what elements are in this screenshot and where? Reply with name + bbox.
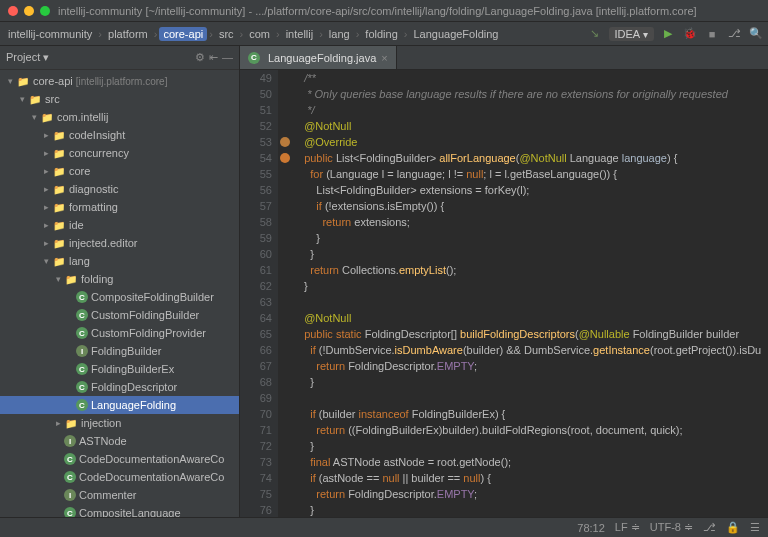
tree-row[interactable]: CCompositeFoldingBuilder [0, 288, 239, 306]
titlebar: intellij-community [~/intellij-community… [0, 0, 768, 22]
window-title: intellij-community [~/intellij-community… [58, 5, 697, 17]
tree-row[interactable]: CCustomFoldingProvider [0, 324, 239, 342]
tree-row[interactable]: ▾📁com.intellij [0, 108, 239, 126]
tree-row[interactable]: ▾📁lang [0, 252, 239, 270]
editor: C LanguageFolding.java × 495051525354555… [240, 46, 768, 517]
maximize-icon[interactable] [40, 6, 50, 16]
debug-icon[interactable]: 🐞 [682, 26, 698, 42]
bc-folding[interactable]: folding [361, 27, 401, 41]
bc-core-api[interactable]: core-api [159, 27, 207, 41]
close-tab-icon[interactable]: × [381, 52, 387, 64]
close-icon[interactable] [8, 6, 18, 16]
window-controls[interactable] [8, 6, 50, 16]
status-caret[interactable]: 78:12 [577, 522, 605, 534]
tree-row[interactable]: ▸📁codeInsight [0, 126, 239, 144]
minimize-icon[interactable] [24, 6, 34, 16]
tree-row[interactable]: CCodeDocumentationAwareCo [0, 468, 239, 486]
tree-row[interactable]: CCustomFoldingBuilder [0, 306, 239, 324]
tree-row[interactable]: ▸📁ide [0, 216, 239, 234]
navbar: intellij-community› platform› core-api› … [0, 22, 768, 46]
bc-platform[interactable]: platform [104, 27, 152, 41]
git-branch-icon[interactable]: ⎇ [703, 521, 716, 534]
bc-lang[interactable]: lang [325, 27, 354, 41]
lock-icon[interactable]: 🔒 [726, 521, 740, 534]
code-text[interactable]: /** * Only queries base language results… [278, 70, 768, 517]
vcs-icon[interactable]: ⎇ [726, 26, 742, 42]
bc-project[interactable]: intellij-community [4, 27, 96, 41]
run-icon[interactable]: ▶ [660, 26, 676, 42]
bc-class[interactable]: LanguageFolding [409, 27, 502, 41]
tree-row[interactable]: ICommenter [0, 486, 239, 504]
run-config-select[interactable]: IDEA ▾ [609, 27, 654, 41]
tab-label: LanguageFolding.java [268, 52, 376, 64]
tree-row[interactable]: CCodeDocumentationAwareCo [0, 450, 239, 468]
tree-row[interactable]: IASTNode [0, 432, 239, 450]
project-sidebar: Project ▾ ⚙ ⇤ — ▾📁core-api[intellij.plat… [0, 46, 240, 517]
toolbar-right: ↘ IDEA ▾ ▶ 🐞 ■ ⎇ 🔍 [587, 26, 764, 42]
build-icon[interactable]: ↘ [587, 26, 603, 42]
tree-row[interactable]: ▸📁diagnostic [0, 180, 239, 198]
tree-row[interactable]: CCompositeLanguage [0, 504, 239, 517]
bc-intellij[interactable]: intellij [282, 27, 318, 41]
tree-row[interactable]: ▾📁folding [0, 270, 239, 288]
breadcrumb: intellij-community› platform› core-api› … [4, 27, 502, 41]
tree-row[interactable]: CFoldingBuilderEx [0, 360, 239, 378]
status-line-ending[interactable]: LF ≑ [615, 521, 640, 534]
tree-row[interactable]: ▸📁formatting [0, 198, 239, 216]
hide-icon[interactable]: — [222, 51, 233, 64]
bc-src[interactable]: src [215, 27, 238, 41]
tree-row[interactable]: ▾📁core-api[intellij.platform.core] [0, 72, 239, 90]
sidebar-title[interactable]: Project [6, 51, 40, 63]
tree-row[interactable]: CFoldingDescriptor [0, 378, 239, 396]
collapse-icon[interactable]: ⇤ [209, 51, 218, 64]
tree-row[interactable]: ▸📁injected.editor [0, 234, 239, 252]
stop-icon[interactable]: ■ [704, 26, 720, 42]
inspector-icon[interactable]: ☰ [750, 521, 760, 534]
bc-com[interactable]: com [245, 27, 274, 41]
tab-language-folding[interactable]: C LanguageFolding.java × [240, 46, 397, 69]
tree-row[interactable]: ▾📁src [0, 90, 239, 108]
gutter: 4950515253545556575859606162636465666768… [240, 70, 278, 517]
tree-row[interactable]: ▸📁injection [0, 414, 239, 432]
status-encoding[interactable]: UTF-8 ≑ [650, 521, 693, 534]
sidebar-header: Project ▾ ⚙ ⇤ — [0, 46, 239, 70]
tree-row[interactable]: CLanguageFolding [0, 396, 239, 414]
code-area[interactable]: 4950515253545556575859606162636465666768… [240, 70, 768, 517]
tree-row[interactable]: IFoldingBuilder [0, 342, 239, 360]
search-icon[interactable]: 🔍 [748, 26, 764, 42]
tree-row[interactable]: ▸📁concurrency [0, 144, 239, 162]
gear-icon[interactable]: ⚙ [195, 51, 205, 64]
statusbar: 78:12 LF ≑ UTF-8 ≑ ⎇ 🔒 ☰ [0, 517, 768, 537]
tree-row[interactable]: ▸📁core [0, 162, 239, 180]
project-tree[interactable]: ▾📁core-api[intellij.platform.core]▾📁src▾… [0, 70, 239, 517]
editor-tabs: C LanguageFolding.java × [240, 46, 768, 70]
